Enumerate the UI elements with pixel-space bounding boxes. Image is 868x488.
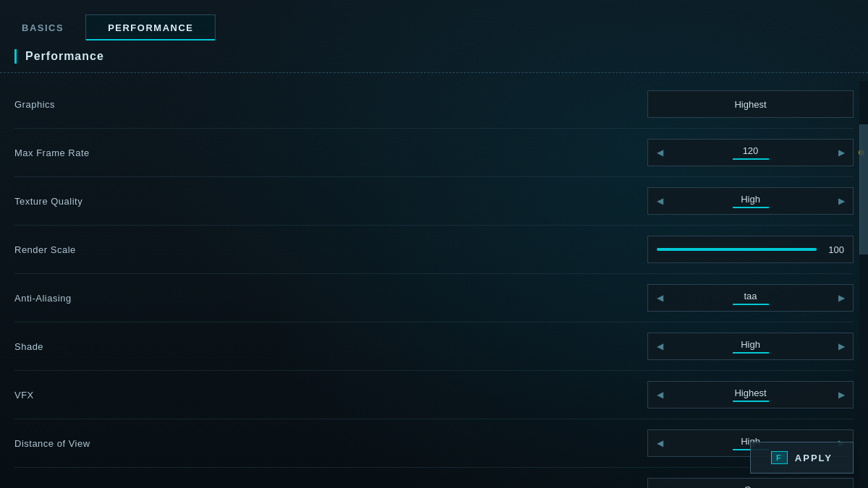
setting-label-vfx: VFX [14, 390, 159, 401]
setting-control-max-frame-rate: ◀120▶ [647, 139, 854, 166]
selector-value-shade: High [671, 339, 830, 354]
dropdown-value-graphics: Highest [734, 99, 766, 110]
section-header: Performance [0, 40, 868, 73]
setting-control-shade: ◀High▶ [647, 333, 854, 360]
setting-row-texture-quality: Texture Quality◀High▶ [14, 177, 854, 226]
arrow-left-anti-aliasing[interactable]: ◀ [648, 285, 671, 311]
selector-texture-quality: ◀High▶ [647, 187, 854, 215]
arrow-right-shade[interactable]: ▶ [830, 333, 853, 359]
apply-button[interactable]: F APPLY [750, 442, 854, 474]
slider-value-render-scale: 100 [822, 244, 844, 255]
arrow-left-vfx[interactable]: ◀ [648, 382, 671, 408]
setting-row-graphics: GraphicsHighest [14, 80, 854, 129]
arrow-left-texture-quality[interactable]: ◀ [648, 188, 671, 214]
arrow-left-shade[interactable]: ◀ [648, 333, 671, 359]
arrow-right-texture-quality[interactable]: ▶ [830, 188, 853, 214]
slider-fill-render-scale [657, 248, 817, 251]
selector-vfx: ◀Highest▶ [647, 381, 854, 408]
setting-row-max-frame-rate: Max Frame Rate◀120▶ [14, 129, 854, 177]
setting-label-anti-aliasing: Anti-Aliasing [14, 293, 159, 304]
section-title: Performance [25, 50, 104, 63]
setting-label-texture-quality: Texture Quality [14, 196, 159, 207]
tab-basics[interactable]: BASICS [0, 15, 85, 40]
setting-control-vfx: ◀Highest▶ [647, 381, 854, 408]
selector-value-anti-aliasing: taa [671, 291, 830, 305]
setting-row-distance-of-view: Distance of View◀High▶ [14, 419, 854, 468]
tab-bar: BASICS PERFORMANCE [0, 0, 868, 40]
setting-label-distance-of-view: Distance of View [14, 438, 159, 449]
arrow-left-v-sync[interactable]: ◀ [648, 479, 671, 488]
selector-max-frame-rate: ◀120▶ [647, 139, 854, 166]
arrow-right-v-sync[interactable]: ▶ [830, 479, 853, 488]
selector-shade: ◀High▶ [647, 333, 854, 360]
apply-key: F [771, 451, 788, 464]
slider-render-scale[interactable]: 100 [647, 236, 854, 263]
arrow-right-vfx[interactable]: ▶ [830, 382, 853, 408]
setting-row-v-sync: V-Sync◀On▶ [14, 468, 854, 488]
setting-row-shade: Shade◀High▶ [14, 322, 854, 371]
selector-value-v-sync: On [671, 484, 830, 488]
arrow-left-max-frame-rate[interactable]: ◀ [648, 140, 671, 166]
selector-value-max-frame-rate: 120 [671, 145, 830, 160]
setting-label-graphics: Graphics [14, 99, 159, 110]
setting-row-vfx: VFX◀Highest▶ [14, 371, 854, 419]
dropdown-graphics[interactable]: Highest [647, 90, 854, 118]
scroll-thumb[interactable] [859, 124, 868, 254]
arrow-left-distance-of-view[interactable]: ◀ [648, 430, 671, 456]
setting-control-texture-quality: ◀High▶ [647, 187, 854, 215]
settings-list: GraphicsHighestMax Frame Rate◀120▶Textur… [0, 80, 868, 488]
setting-control-graphics: Highest [647, 90, 854, 118]
setting-control-v-sync: ◀On▶ [647, 478, 854, 488]
apply-label: APPLY [795, 453, 833, 463]
content-area: Performance GraphicsHighestMax Frame Rat… [0, 40, 868, 488]
setting-control-anti-aliasing: ◀taa▶ [647, 284, 854, 312]
setting-label-shade: Shade [14, 341, 159, 352]
setting-label-max-frame-rate: Max Frame Rate [14, 147, 159, 158]
setting-row-render-scale: Render Scale100 [14, 226, 854, 274]
setting-row-anti-aliasing: Anti-Aliasing◀taa▶ [14, 274, 854, 322]
tab-performance[interactable]: PERFORMANCE [85, 14, 216, 40]
arrow-right-anti-aliasing[interactable]: ▶ [830, 285, 853, 311]
selector-anti-aliasing: ◀taa▶ [647, 284, 854, 312]
arrow-right-max-frame-rate[interactable]: ▶ [830, 140, 853, 166]
selector-value-texture-quality: High [671, 194, 830, 208]
scrollbar[interactable] [859, 81, 868, 488]
selector-v-sync: ◀On▶ [647, 478, 854, 488]
slider-track-render-scale [657, 248, 817, 251]
setting-control-render-scale: 100 [647, 236, 854, 263]
selector-value-vfx: Highest [671, 388, 830, 402]
setting-label-render-scale: Render Scale [14, 244, 159, 255]
